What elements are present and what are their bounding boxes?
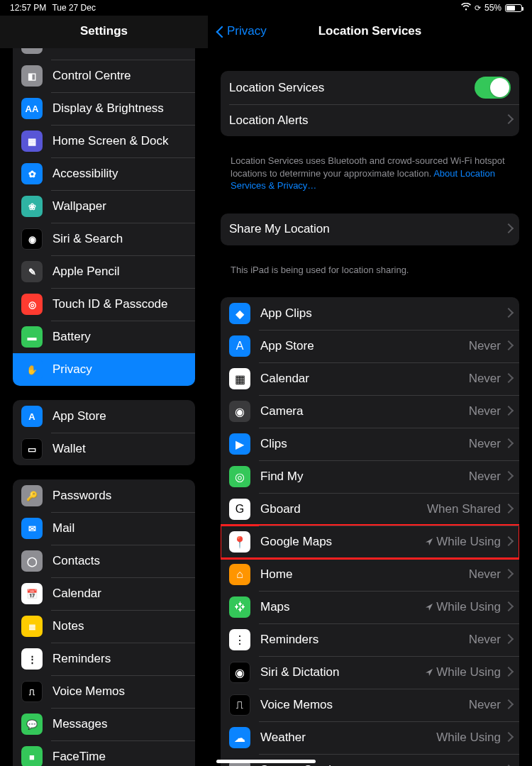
sidebar-item-label: Battery xyxy=(52,330,187,344)
row-label: Google Maps xyxy=(260,535,425,549)
sidebar-item-notes-icon: ≣ xyxy=(21,616,43,637)
row-label: Maps xyxy=(260,600,425,614)
home-indicator[interactable] xyxy=(216,760,316,763)
sidebar-item-label: Privacy xyxy=(52,362,187,377)
app-findmy-icon: ◎ xyxy=(229,466,250,487)
sidebar-item-display[interactable]: AADisplay & Brightness xyxy=(13,92,195,125)
app-weather[interactable]: ☁WeatherWhile Using xyxy=(221,721,519,754)
app-appclips[interactable]: ◆App Clips xyxy=(221,297,519,330)
chevron-right-icon xyxy=(505,538,511,547)
row-value: Never xyxy=(469,698,501,712)
sidebar-item-contacts-icon: ◯ xyxy=(21,550,43,572)
sidebar-item-battery[interactable]: ▬Battery xyxy=(13,321,195,353)
sidebar-item-privacy-icon: ✋ xyxy=(21,359,43,380)
sidebar-item-wallet[interactable]: ▭Wallet xyxy=(13,433,195,465)
app-googlemaps[interactable]: 📍Google MapsWhile Using xyxy=(221,526,519,558)
sidebar-item-facetime[interactable]: ■FaceTime xyxy=(13,740,195,766)
sidebar-item-label: Mail xyxy=(52,521,187,535)
settings-sidebar: Settings ⚙︎General◧Control CentreAADispl… xyxy=(0,16,208,766)
location-services-group: Location Services Location Alerts xyxy=(221,71,519,136)
sidebar-item-calendar[interactable]: 📅Calendar xyxy=(13,577,195,610)
sidebar-item-general-icon: ⚙︎ xyxy=(21,48,43,54)
sidebar-item-home-screen[interactable]: ▦Home Screen & Dock xyxy=(13,125,195,157)
sidebar-item-voicememos[interactable]: ⎍Voice Memos xyxy=(13,675,195,708)
sidebar-item-mail[interactable]: ✉Mail xyxy=(13,512,195,545)
toggle-on-icon[interactable] xyxy=(475,77,511,99)
app-gboard-icon: G xyxy=(229,499,250,520)
sidebar-item-control-centre[interactable]: ◧Control Centre xyxy=(13,60,195,92)
sidebar-item-privacy[interactable]: ✋Privacy xyxy=(13,353,195,386)
app-reminders-app[interactable]: ⋮RemindersNever xyxy=(221,623,519,656)
app-gboard[interactable]: GGboardWhen Shared xyxy=(221,493,519,526)
app-maps[interactable]: ᠅MapsWhile Using xyxy=(221,591,519,623)
sidebar-item-siri[interactable]: ◉Siri & Search xyxy=(13,223,195,255)
main-panel: Privacy Location Services Location Servi… xyxy=(208,16,532,766)
app-appstore-icon: A xyxy=(229,335,250,357)
row-label: Location Alerts xyxy=(229,113,505,128)
sidebar-item-label: Home Screen & Dock xyxy=(52,134,187,148)
sidebar-item-wallpaper[interactable]: ❀Wallpaper xyxy=(13,190,195,223)
row-value: Never xyxy=(469,372,501,386)
chevron-right-icon xyxy=(505,407,511,416)
app-appstore[interactable]: AApp StoreNever xyxy=(221,330,519,362)
chevron-right-icon xyxy=(505,701,511,710)
back-button[interactable]: Privacy xyxy=(215,24,267,38)
footnote-location-services: Location Services uses Bluetooth and cro… xyxy=(221,150,519,192)
sidebar-item-label: Passwords xyxy=(52,489,187,503)
chevron-right-icon xyxy=(505,440,511,449)
row-label: Home xyxy=(260,567,469,582)
sidebar-item-passwords[interactable]: 🔑Passwords xyxy=(13,479,195,512)
app-maps-icon: ᠅ xyxy=(229,596,250,618)
sidebar-item-pencil[interactable]: ✎Apple Pencil xyxy=(13,255,195,288)
app-clips[interactable]: ▶ClipsNever xyxy=(221,428,519,460)
app-home[interactable]: ⌂HomeNever xyxy=(221,558,519,591)
row-label: App Store xyxy=(260,339,469,353)
location-services-toggle-row[interactable]: Location Services xyxy=(221,71,519,104)
wifi-icon xyxy=(461,3,471,13)
sidebar-item-label: Contacts xyxy=(52,554,187,568)
chevron-right-icon xyxy=(505,570,511,579)
sidebar-item-label: FaceTime xyxy=(52,750,187,764)
sidebar-item-messages-icon: 💬 xyxy=(21,714,43,735)
app-googlemaps-icon: 📍 xyxy=(229,531,250,553)
location-arrow-icon xyxy=(425,603,433,611)
sidebar-item-label: Display & Brightness xyxy=(52,101,187,116)
orientation-lock-icon: ⟳ xyxy=(475,4,481,13)
row-label: Camera xyxy=(260,404,469,418)
app-calendar[interactable]: ▦CalendarNever xyxy=(221,362,519,395)
app-voicememos[interactable]: ⎍Voice MemosNever xyxy=(221,689,519,721)
row-label: Reminders xyxy=(260,633,469,647)
sidebar-item-general[interactable]: ⚙︎General xyxy=(13,48,195,60)
app-siri-icon: ◉ xyxy=(229,662,250,683)
apps-group: ◆App ClipsAApp StoreNever▦CalendarNever◉… xyxy=(221,297,519,766)
sidebar-item-messages[interactable]: 💬Messages xyxy=(13,708,195,740)
sidebar-item-label: Reminders xyxy=(52,652,187,666)
sidebar-item-label: Control Centre xyxy=(52,69,187,83)
row-value: Never xyxy=(469,470,501,484)
chevron-right-icon xyxy=(505,505,511,514)
sidebar-item-notes[interactable]: ≣Notes xyxy=(13,610,195,643)
app-weather-icon: ☁ xyxy=(229,727,250,748)
chevron-right-icon xyxy=(505,374,511,384)
app-camera-icon: ◉ xyxy=(229,401,250,422)
status-time: 12:57 PM xyxy=(10,3,46,13)
row-label: Find My xyxy=(260,470,469,484)
sidebar-item-reminders[interactable]: ⋮Reminders xyxy=(13,643,195,675)
sidebar-title: Settings xyxy=(0,16,208,48)
app-siri[interactable]: ◉Siri & DictationWhile Using xyxy=(221,656,519,689)
chevron-right-icon xyxy=(505,668,511,677)
chevron-right-icon xyxy=(505,342,511,351)
sidebar-item-contacts[interactable]: ◯Contacts xyxy=(13,545,195,577)
battery-icon xyxy=(505,4,522,12)
sidebar-item-display-icon: AA xyxy=(21,98,43,119)
chevron-right-icon xyxy=(505,472,511,482)
sidebar-item-wallpaper-icon: ❀ xyxy=(21,196,43,217)
sidebar-item-appstore[interactable]: AApp Store xyxy=(13,400,195,433)
sidebar-item-touchid[interactable]: ◎Touch ID & Passcode xyxy=(13,288,195,321)
location-alerts-row[interactable]: Location Alerts xyxy=(221,104,519,136)
sidebar-item-accessibility[interactable]: ✿Accessibility xyxy=(13,157,195,190)
share-my-location-row[interactable]: Share My Location xyxy=(221,213,519,245)
app-camera[interactable]: ◉CameraNever xyxy=(221,395,519,428)
app-findmy[interactable]: ◎Find MyNever xyxy=(221,460,519,493)
row-value: Never xyxy=(469,339,501,353)
